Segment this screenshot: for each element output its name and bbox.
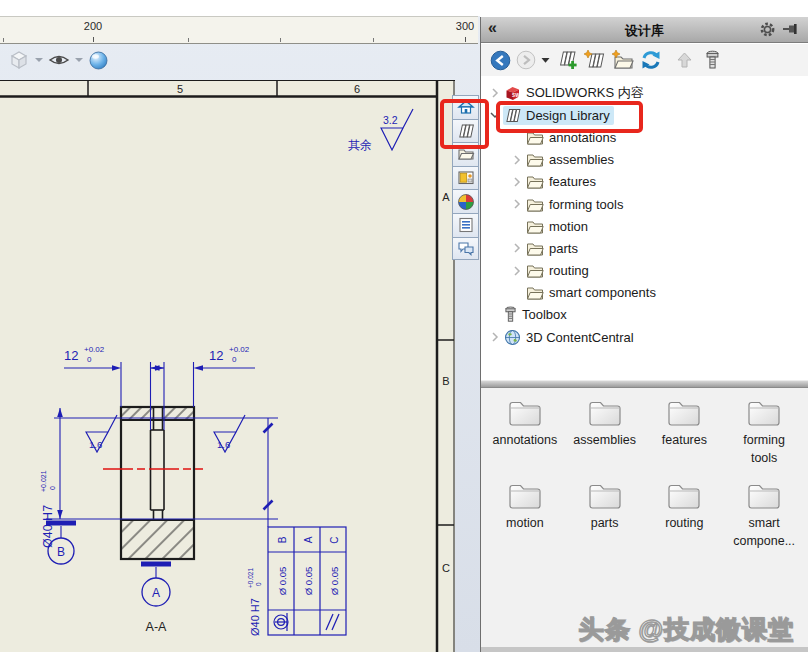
- create-new-library-button[interactable]: [582, 48, 607, 72]
- library-content-area: annotations assemblies features forming …: [481, 388, 808, 647]
- watermark: 头条 @技成微课堂: [579, 613, 794, 646]
- folder-icon: [507, 481, 543, 511]
- hide-show-items-eye-icon[interactable]: [48, 51, 70, 69]
- pin-icon[interactable]: [782, 22, 800, 36]
- tree-label: assemblies: [549, 152, 614, 167]
- folder-label: features: [662, 431, 707, 449]
- tree-label: features: [549, 174, 596, 189]
- back-button[interactable]: [489, 49, 512, 72]
- tree-item-routing[interactable]: routing: [481, 260, 808, 282]
- ruler-label: 300: [456, 20, 474, 32]
- tab-view-palette[interactable]: [452, 166, 479, 190]
- chevron-right-icon[interactable]: [489, 87, 501, 99]
- folder-icon: [526, 197, 544, 212]
- folder-label: annotations: [493, 431, 558, 449]
- folder-icon: [587, 481, 623, 511]
- tab-custom-properties[interactable]: [452, 213, 479, 237]
- refresh-button[interactable]: [639, 48, 663, 72]
- chevron-right-icon[interactable]: [489, 331, 501, 343]
- chevron-right-icon[interactable]: [511, 265, 523, 277]
- folder-icon: [526, 152, 544, 167]
- panel-header: « 设计库: [481, 17, 808, 43]
- folder-icon: [746, 398, 782, 428]
- folder-label: assemblies: [573, 431, 636, 449]
- horizontal-ruler: 200 300: [0, 16, 478, 44]
- folder-features[interactable]: features: [645, 398, 725, 467]
- heads-up-toolbar: [8, 46, 109, 74]
- edit-appearance-sphere-icon[interactable]: [88, 50, 109, 71]
- folder-icon: [666, 398, 702, 428]
- folder-label: smart compone...: [729, 514, 799, 550]
- folder-label: routing: [665, 514, 703, 532]
- folder-icon: [507, 398, 543, 428]
- gear-icon[interactable]: [759, 21, 776, 38]
- tree-item-motion[interactable]: motion: [481, 215, 808, 237]
- panel-toolbar: [481, 44, 808, 76]
- history-dropdown-caret[interactable]: [540, 56, 551, 65]
- appearances-sphere-icon: [457, 193, 475, 211]
- chevron-right-icon[interactable]: [511, 198, 523, 210]
- tree-item-parts[interactable]: parts: [481, 237, 808, 259]
- folder-label: parts: [591, 514, 619, 532]
- graphics-area[interactable]: [0, 16, 480, 652]
- folder-icon: [526, 219, 544, 234]
- highlight-box-design-library-tree-item: [496, 101, 643, 133]
- folder-label: motion: [506, 514, 544, 532]
- solidworks-logo-icon: SW: [504, 85, 521, 102]
- chevron-right-icon[interactable]: [511, 242, 523, 254]
- folder-forming-tools[interactable]: forming tools: [724, 398, 804, 467]
- folder-icon: [526, 285, 544, 300]
- chevron-down-icon[interactable]: [75, 57, 83, 63]
- panel-bottom-edge: [481, 647, 808, 652]
- folder-icon: [666, 481, 702, 511]
- tree-item-forming-tools[interactable]: forming tools: [481, 193, 808, 215]
- tree-label: Toolbox: [522, 307, 567, 322]
- tab-appearances[interactable]: [452, 189, 479, 213]
- folder-icon: [587, 398, 623, 428]
- forum-chat-icon: [457, 239, 475, 257]
- tree-label: smart components: [549, 285, 656, 300]
- folder-icon: [526, 263, 544, 278]
- folder-motion[interactable]: motion: [485, 481, 565, 550]
- open-folder-button[interactable]: [610, 48, 636, 72]
- folder-parts[interactable]: parts: [565, 481, 645, 550]
- folder-grid: annotations assemblies features forming …: [481, 388, 808, 551]
- folder-icon: [526, 241, 544, 256]
- forward-button[interactable]: [515, 49, 537, 71]
- globe-icon: [504, 329, 521, 346]
- tree-item-features[interactable]: features: [481, 171, 808, 193]
- ruler-label: 200: [84, 20, 102, 32]
- chevron-right-icon[interactable]: [511, 154, 523, 166]
- panel-splitter[interactable]: [481, 380, 808, 388]
- tree-label: parts: [549, 241, 578, 256]
- folder-label: forming tools: [729, 431, 799, 467]
- tree-label: motion: [549, 219, 588, 234]
- folder-icon: [746, 481, 782, 511]
- chevron-right-icon[interactable]: [511, 176, 523, 188]
- tree-item-assemblies[interactable]: assemblies: [481, 149, 808, 171]
- view-palette-icon: [457, 169, 475, 187]
- move-up-button[interactable]: [674, 50, 695, 71]
- svg-text:SW: SW: [512, 92, 520, 97]
- custom-properties-icon: [457, 216, 475, 234]
- folder-icon: [526, 174, 544, 189]
- tree-label: 3D ContentCentral: [526, 330, 634, 345]
- highlight-box-design-library-tab: [440, 99, 489, 149]
- tree-label: SOLIDWORKS 内容: [526, 84, 644, 102]
- tree-item-3d-contentcentral[interactable]: 3D ContentCentral: [481, 326, 808, 348]
- tree-item-toolbox[interactable]: Toolbox: [481, 304, 808, 326]
- toolbox-bolt-icon: [504, 306, 517, 323]
- add-to-library-button[interactable]: [554, 48, 579, 72]
- tree-label: forming tools: [549, 197, 623, 212]
- tree-label: routing: [549, 263, 589, 278]
- chevron-down-icon[interactable]: [35, 57, 43, 63]
- tree-item-smart-components[interactable]: smart components: [481, 282, 808, 304]
- folder-smart-components[interactable]: smart compone...: [724, 481, 804, 550]
- toolbox-bolt-button[interactable]: [704, 49, 721, 72]
- folder-routing[interactable]: routing: [645, 481, 725, 550]
- view-orientation-cube-icon[interactable]: [8, 49, 30, 71]
- solidworks-window: 200 300: [0, 0, 808, 652]
- folder-assemblies[interactable]: assemblies: [565, 398, 645, 467]
- tab-forum[interactable]: [452, 237, 479, 261]
- folder-annotations[interactable]: annotations: [485, 398, 565, 467]
